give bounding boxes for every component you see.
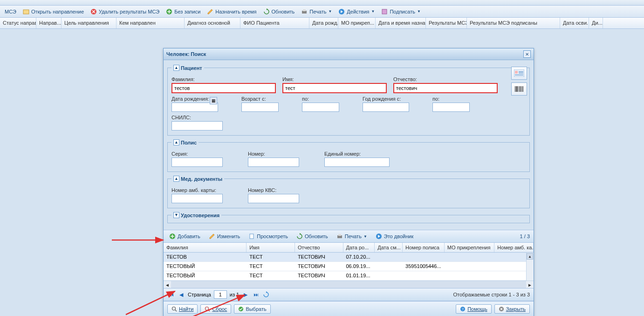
svg-text:?: ? — [462, 307, 464, 311]
firstname-input[interactable] — [282, 83, 387, 93]
delete-results-button[interactable]: Удалить результаты МСЭ — [89, 7, 161, 16]
grid-header-cell[interactable]: Статус направл... — [0, 18, 36, 28]
grid-header-cell[interactable]: Ди... — [589, 18, 603, 28]
no-record-label: Без записи — [174, 9, 200, 14]
collapse-icon[interactable]: ▲ — [173, 65, 179, 71]
snils-input[interactable] — [171, 121, 223, 131]
grid-header-cell[interactable]: Дата и время назнач... — [376, 18, 426, 28]
dialog-title: Человек: Поиск — [166, 51, 206, 57]
barcode-icon[interactable] — [511, 82, 527, 96]
grid-header-cell[interactable]: Цель направления — [62, 18, 116, 28]
polis-number-input[interactable] — [248, 158, 299, 167]
kvs-input[interactable] — [248, 194, 299, 203]
close-icon[interactable]: ✕ — [523, 50, 531, 58]
result-header-cell[interactable]: Отчество — [295, 243, 343, 252]
edit-button[interactable]: Изменить — [207, 232, 242, 240]
add-button[interactable]: Добавить — [167, 232, 202, 240]
print-button[interactable]: Печать ▼ — [299, 7, 334, 16]
last-page-icon[interactable]: ⏭ — [252, 291, 260, 298]
plus-icon — [169, 233, 176, 240]
help-label: Помощь — [467, 306, 487, 312]
delete-icon — [90, 8, 97, 15]
result-header-cell[interactable]: Номер амб. ка... — [494, 243, 534, 252]
year-to-input[interactable] — [432, 103, 470, 112]
grid-header-cell[interactable]: Дата осви... — [560, 18, 589, 28]
amb-label: Номер амб. карты: — [171, 187, 223, 193]
age-to-input[interactable] — [302, 103, 339, 112]
scroll-right-icon[interactable]: ► — [526, 281, 534, 289]
age-from-input[interactable] — [241, 103, 279, 112]
view-button[interactable]: Просмотреть — [247, 232, 290, 240]
result-header-cell[interactable]: Дата ро... — [343, 243, 375, 252]
polis-series-input[interactable] — [171, 158, 223, 167]
collapse-icon[interactable]: ▲ — [173, 176, 179, 182]
amb-input[interactable] — [171, 194, 223, 203]
close-icon — [499, 306, 504, 312]
close-button[interactable]: Закрыть — [494, 304, 530, 314]
grid-header-cell[interactable]: Кем направлен — [116, 18, 185, 28]
vertical-scrollbar[interactable]: ▲ — [526, 253, 534, 281]
grid-header-cell[interactable]: Результаты МСЭ подписаны — [467, 18, 560, 28]
print2-button[interactable]: Печать▼ — [335, 232, 369, 240]
print-icon — [301, 8, 308, 15]
table-cell: 01.01.19... — [343, 271, 375, 280]
set-time-button[interactable]: Назначить время — [205, 7, 258, 16]
refresh-button[interactable]: Обновить — [261, 7, 297, 16]
main-toolbar: МСЭ Открыть направление Удалить результа… — [0, 6, 644, 18]
table-cell — [403, 253, 445, 261]
result-header-cell[interactable]: Фамилия — [164, 243, 247, 252]
polis-unified-input[interactable] — [324, 158, 390, 167]
twin-button[interactable]: Это двойник — [374, 232, 415, 240]
table-cell: ТЕСТ — [247, 253, 295, 261]
grid-header-cell[interactable]: Диагноз основной — [185, 18, 240, 28]
dropdown-icon: ▼ — [417, 9, 421, 14]
result-header-cell[interactable]: Имя — [247, 243, 295, 252]
table-cell — [445, 271, 495, 280]
svg-rect-14 — [518, 86, 519, 92]
calendar-icon[interactable]: ▦ — [210, 97, 217, 104]
pager-status: Отображаемые строки 1 - 3 из 3 — [453, 292, 530, 297]
scroll-track[interactable] — [171, 281, 526, 288]
dialog-titlebar[interactable]: Человек: Поиск ✕ — [164, 48, 534, 60]
grid-header-cell[interactable]: Направ... — [36, 18, 62, 28]
sign-button[interactable]: Подписать ▼ — [379, 7, 422, 16]
refresh2-button[interactable]: Обновить — [295, 232, 330, 240]
table-cell — [445, 262, 495, 271]
patient-legend: Пациент — [181, 65, 202, 71]
result-header-cell[interactable]: МО прикрепления — [445, 243, 495, 252]
table-cell: ТЕСТ — [247, 271, 295, 280]
help-button[interactable]: ?Помощь — [456, 304, 492, 314]
dropdown-icon: ▼ — [363, 234, 367, 239]
result-header-cell[interactable]: Дата см... — [375, 243, 403, 252]
collapse-icon[interactable]: ▲ — [173, 139, 179, 145]
table-row[interactable]: ТЕСТОВЫЙТЕСТТЕСТОВИЧ01.01.19... — [164, 271, 534, 281]
open-direction-button[interactable]: Открыть направление — [21, 7, 86, 16]
table-row[interactable]: ТЕСТОВТЕСТТЕСТОВИЧ07.10.20... — [164, 253, 534, 262]
card-icon[interactable] — [511, 67, 527, 80]
grid-header-cell[interactable]: Дата рожд... — [309, 18, 338, 28]
no-record-button[interactable]: Без записи — [164, 7, 202, 16]
grid-header-cell[interactable]: Результаты МСЭ — [426, 18, 467, 28]
actions-button[interactable]: Действия ▼ — [336, 7, 377, 16]
secondname-input[interactable] — [393, 83, 498, 93]
reload-icon[interactable] — [262, 291, 270, 298]
lastname-input[interactable] — [171, 83, 276, 93]
twin-label: Это двойник — [384, 234, 413, 239]
table-cell: ТЕСТОВЫЙ — [164, 271, 247, 280]
table-row[interactable]: ТЕСТОВЫЙТЕСТТЕСТОВИЧ06.09.19...359510054… — [164, 262, 534, 271]
svg-rect-17 — [523, 86, 523, 92]
table-cell: ТЕСТОВЫЙ — [164, 262, 247, 271]
table-cell: ТЕСТОВИЧ — [295, 262, 343, 271]
scroll-up-icon[interactable]: ▲ — [527, 253, 533, 260]
scroll-left-icon[interactable]: ◄ — [164, 281, 171, 289]
expand-icon[interactable]: ▼ — [173, 212, 179, 218]
svg-rect-8 — [515, 71, 518, 74]
result-header-cell[interactable]: Номер полиса — [403, 243, 445, 252]
grid-header-cell[interactable]: ФИО Пациента — [240, 18, 309, 28]
plus-icon — [166, 8, 172, 15]
year-from-input[interactable] — [363, 103, 409, 112]
folder-icon — [23, 8, 29, 15]
grid-header-cell[interactable]: МО прикреп... — [338, 18, 376, 28]
edit-label: Изменить — [217, 234, 240, 239]
horizontal-scrollbar[interactable]: ◄ ► — [164, 281, 534, 288]
